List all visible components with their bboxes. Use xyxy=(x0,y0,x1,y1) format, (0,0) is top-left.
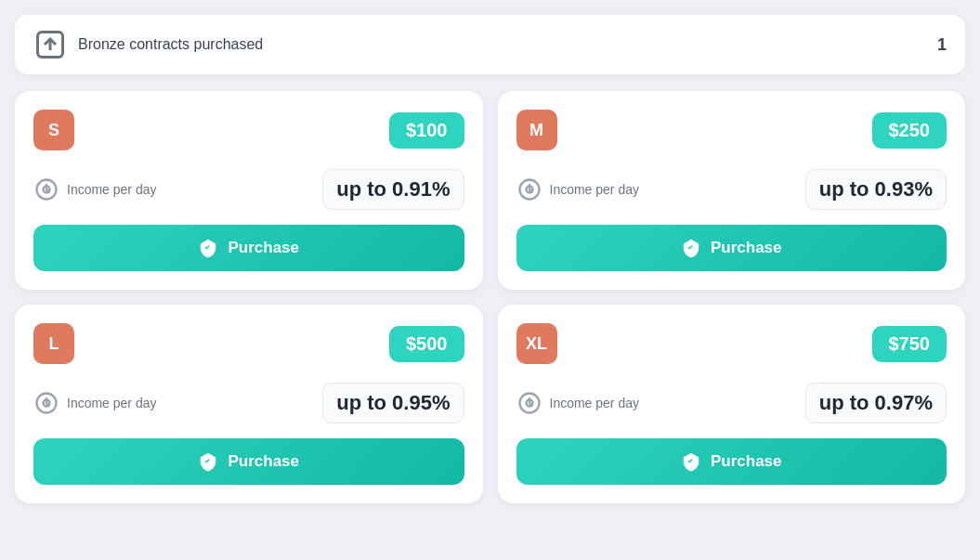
price-s: $100 xyxy=(389,112,464,149)
price-xl: $750 xyxy=(872,326,947,362)
purchase-btn-s[interactable]: Purchase xyxy=(33,225,464,271)
badge-m: M xyxy=(516,110,557,150)
contracts-count: 1 xyxy=(937,35,947,55)
clock-icon-l xyxy=(33,390,59,416)
purchase-btn-l[interactable]: Purchase xyxy=(33,438,464,485)
card-s: S $100 Income per day up to 0.91% Purcha… xyxy=(15,91,483,290)
income-left-s: Income per day xyxy=(33,176,157,202)
income-value-m: up to 0.93% xyxy=(805,169,947,210)
income-left-m: Income per day xyxy=(516,176,640,202)
purchase-btn-xl[interactable]: Purchase xyxy=(516,438,947,485)
purchase-btn-m[interactable]: Purchase xyxy=(516,225,947,271)
shield-icon-s xyxy=(198,238,218,258)
income-label-s: Income per day xyxy=(67,182,157,197)
income-value-s: up to 0.91% xyxy=(322,169,464,210)
card-m-header: M $250 xyxy=(516,110,947,150)
card-s-header: S $100 xyxy=(33,110,464,150)
top-bar: Bronze contracts purchased 1 xyxy=(15,15,965,74)
income-value-xl: up to 0.97% xyxy=(805,383,947,423)
card-l: L $500 Income per day up to 0.95% Purcha… xyxy=(15,305,483,503)
cards-grid: S $100 Income per day up to 0.91% Purcha… xyxy=(15,91,965,503)
top-bar-title: Bronze contracts purchased xyxy=(78,36,263,53)
card-l-header: L $500 xyxy=(33,323,464,364)
shield-icon-xl xyxy=(681,451,701,472)
badge-xl: XL xyxy=(516,323,557,364)
income-row-l: Income per day up to 0.95% xyxy=(33,383,464,423)
badge-l: L xyxy=(33,323,74,364)
income-left-l: Income per day xyxy=(33,390,157,416)
card-xl-header: XL $750 xyxy=(516,323,947,364)
badge-s: S xyxy=(33,110,74,150)
card-m: M $250 Income per day up to 0.93% Purcha… xyxy=(498,91,966,290)
income-row-s: Income per day up to 0.91% xyxy=(33,169,464,210)
shield-icon-l xyxy=(198,451,218,472)
upload-icon xyxy=(33,28,67,61)
income-row-xl: Income per day up to 0.97% xyxy=(516,383,947,423)
price-l: $500 xyxy=(389,326,464,362)
income-label-l: Income per day xyxy=(67,396,157,410)
card-xl: XL $750 Income per day up to 0.97% Purch… xyxy=(498,305,966,503)
income-label-m: Income per day xyxy=(550,182,640,197)
income-left-xl: Income per day xyxy=(516,390,640,416)
price-m: $250 xyxy=(872,112,947,149)
top-bar-left: Bronze contracts purchased xyxy=(33,28,263,61)
clock-icon-m xyxy=(516,176,542,202)
income-label-xl: Income per day xyxy=(550,396,640,410)
shield-icon-m xyxy=(681,238,701,258)
income-value-l: up to 0.95% xyxy=(322,383,464,423)
income-row-m: Income per day up to 0.93% xyxy=(516,169,947,210)
clock-icon-s xyxy=(33,176,59,202)
clock-icon-xl xyxy=(516,390,542,416)
